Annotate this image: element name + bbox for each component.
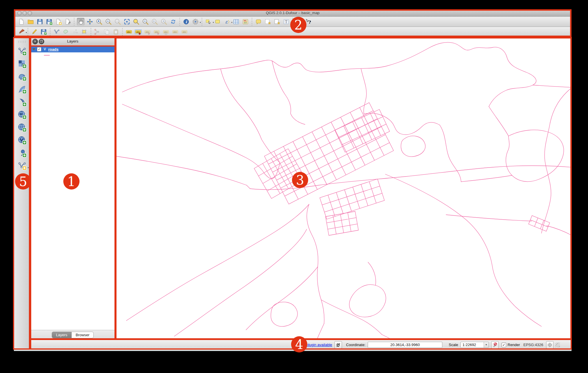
road-line <box>382 335 392 339</box>
toolbar-button-zoom-to-selection[interactable] <box>132 18 140 25</box>
status-bar: new plugin available Coordinate: 20.3614… <box>30 339 572 350</box>
toolbar-button-label-pin[interactable]: abc <box>144 28 151 36</box>
toolbar-button-label-move[interactable]: abc <box>171 28 179 36</box>
road-line <box>489 57 536 106</box>
toolbar-button-labeling[interactable]: abc <box>125 28 133 36</box>
toolbar-button-refresh-map[interactable] <box>169 18 177 25</box>
toolbar-button-cut-features[interactable] <box>94 28 101 36</box>
toolbar-button-label-pin-selected[interactable]: abc <box>134 28 142 36</box>
toolbar-button-run-feature-action[interactable]: ▾ <box>192 18 199 25</box>
toolbar-button-paste-features[interactable] <box>112 28 120 36</box>
render-checkbox[interactable]: ✓ <box>502 343 506 347</box>
sidebar-button-add-oracle-layer[interactable] <box>17 148 27 158</box>
road-line <box>317 324 324 339</box>
toolbar-button-zoom-out[interactable] <box>105 18 112 25</box>
toolbar-button-zoom-in[interactable] <box>95 18 103 25</box>
bookmark-new-icon <box>264 18 271 25</box>
sidebar-button-add-wms-layer[interactable] <box>17 109 27 120</box>
magfull-icon <box>123 18 130 25</box>
toolbar-button-label-highlight-pinned[interactable]: abc <box>153 28 160 36</box>
sidebar-button-add-raster-layer[interactable] <box>17 58 27 69</box>
sidebar-button-add-spatialite-layer[interactable] <box>17 84 27 94</box>
toolbar-button-identify-features[interactable]: i <box>182 18 190 25</box>
toolbar-grip-handle[interactable] <box>18 41 26 43</box>
toolbar-button-new-bookmark[interactable] <box>264 18 271 25</box>
tab-browser[interactable]: Browser <box>71 332 94 338</box>
map-canvas[interactable] <box>116 37 572 339</box>
dropdown-arrow-icon[interactable]: ▾ <box>27 166 29 169</box>
road-line <box>440 125 461 182</box>
toolbar-button-save-project[interactable] <box>36 18 44 25</box>
toolbar-button-new-composer[interactable] <box>55 18 62 25</box>
scale-value: 1:22692 <box>461 343 484 347</box>
layer-expand-icon[interactable] <box>32 48 35 50</box>
sidebar-button-new-shapefile-layer[interactable]: ▾ <box>17 160 27 171</box>
toolbar-button-whats-this[interactable]: ? <box>305 18 312 25</box>
toolbar-button-label-change[interactable]: abc <box>181 28 188 36</box>
toolbar-button-pan-to-selection[interactable] <box>86 18 94 25</box>
toolbar-button-field-calculator[interactable] <box>242 18 249 25</box>
stop-render-icon[interactable] <box>491 341 499 349</box>
toolbar-button-show-bookmarks[interactable] <box>273 18 281 25</box>
sidebar-button-add-vector-layer[interactable] <box>17 46 27 56</box>
folder-icon <box>27 18 34 25</box>
sidebar-button-add-wcs-layer[interactable] <box>17 122 27 133</box>
tab-layers[interactable]: Layers <box>52 332 71 338</box>
layer-name[interactable]: roads <box>48 47 58 52</box>
toolbar-button-zoom-actual-size[interactable]: 1:1 <box>114 18 121 25</box>
toolbar-button-composer-manager[interactable] <box>64 18 71 25</box>
toolbar-grip-handle[interactable] <box>18 187 26 189</box>
toolbar-button-help-contents[interactable]: ? <box>295 18 303 25</box>
maglayer-icon <box>142 18 149 25</box>
toolbar-button-save-layer-edits[interactable] <box>40 28 47 36</box>
moveblue-icon <box>86 18 93 25</box>
toolbar-button-toggle-editing[interactable] <box>31 28 38 36</box>
layer-visibility-checkbox[interactable]: ✓ <box>37 47 41 52</box>
crs-status-icon[interactable] <box>546 341 554 349</box>
toolbar-button-node-tool[interactable] <box>81 28 88 36</box>
addraster-icon <box>17 59 27 68</box>
toolbar-button-copy-features[interactable] <box>103 28 110 36</box>
toolbar-button-open-attribute-table[interactable] <box>232 18 240 25</box>
scale-dropdown-icon[interactable]: ▼ <box>484 342 489 348</box>
window-resize-grip[interactable] <box>555 343 560 347</box>
toolbar-button-add-feature-polygon[interactable] <box>62 28 70 36</box>
dropdown-arrow-icon[interactable]: ▾ <box>291 21 292 24</box>
toolbar-button-save-project-as[interactable] <box>45 18 53 25</box>
toolbar-button-current-edits[interactable]: ▾ <box>18 28 25 36</box>
sidebar-button-add-postgis-layer[interactable] <box>17 71 27 82</box>
sidebar-button-add-mssql-layer[interactable] <box>17 97 27 107</box>
scale-combo[interactable]: 1:22692 ▼ <box>461 342 489 348</box>
toolbar-button-zoom-to-layer[interactable] <box>142 18 149 25</box>
dropdown-arrow-icon[interactable]: ▾ <box>200 21 201 24</box>
selcur-icon <box>205 18 212 25</box>
toolbar-button-deselect-features[interactable] <box>214 18 221 25</box>
toolbar-button-add-feature-line[interactable] <box>53 28 60 36</box>
toolbar-button-zoom-full[interactable] <box>123 18 131 25</box>
title-bar[interactable]: QGIS 2.0.1-Dufour – basic_map <box>14 9 572 17</box>
new-plugin-link[interactable]: new plugin available <box>298 343 332 347</box>
toolbar-button-pan-map[interactable] <box>77 18 84 25</box>
toolbar-button-zoom-last[interactable] <box>151 18 158 25</box>
layer-symbology-line-swatch <box>44 55 50 56</box>
toolbar-button-text-annotation[interactable]: T▾ <box>282 18 290 25</box>
toolbar-button-measure[interactable]: ε▾ <box>223 18 231 25</box>
sidebar-button-add-wfs-layer[interactable] <box>17 135 27 145</box>
layers-panel-title: Layers <box>30 39 115 43</box>
layers-panel-body: ✓ V roads <box>30 46 115 330</box>
toolbar-button-map-tips[interactable] <box>255 18 262 25</box>
coordinate-input[interactable]: 20.3614,-33.9960 <box>368 342 442 348</box>
layer-row-roads[interactable]: ✓ V roads <box>30 46 115 52</box>
toolbar-button-open-project[interactable] <box>27 18 34 25</box>
toolbar-button-select-features[interactable]: ▾ <box>205 18 212 25</box>
plugin-icon[interactable] <box>334 341 342 349</box>
road-line <box>461 175 512 182</box>
sidebar-button-remove-layer[interactable] <box>17 173 27 183</box>
magsel-icon <box>133 18 140 25</box>
dropdown-arrow-icon[interactable]: ▾ <box>26 31 27 34</box>
layers-panel-header[interactable]: × ❐ Layers <box>30 37 115 46</box>
toolbar-button-move-feature[interactable] <box>71 28 79 36</box>
toolbar-button-zoom-next[interactable] <box>160 18 168 25</box>
toolbar-button-new-project[interactable] <box>18 18 25 25</box>
toolbar-button-label-show-hide[interactable]: abc <box>162 28 170 36</box>
